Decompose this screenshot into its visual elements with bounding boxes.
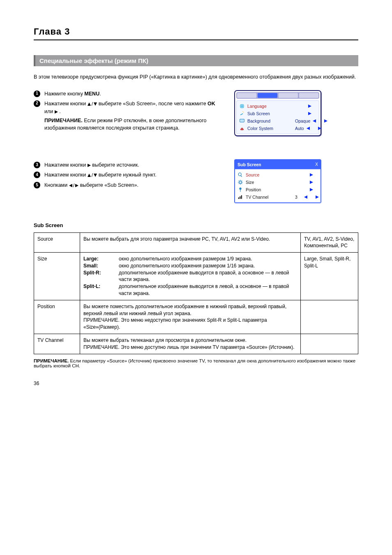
osd-label: Color System — [247, 126, 293, 131]
table-row: Source Вы можете выбрать для этого парам… — [34, 232, 358, 253]
osd-right-arrow-icon — [304, 173, 319, 176]
osd-left-right-arrows-icon — [304, 195, 319, 199]
step-text: Нажатием кнопки — [44, 172, 88, 178]
footnote: ПРИМЕЧАНИЕ. Если параметру «Source» (Ист… — [34, 358, 358, 368]
step-bullet-4: 4 — [34, 172, 40, 178]
osd-right-arrow-icon — [302, 112, 317, 115]
svg-point-0 — [240, 104, 244, 108]
step-text: или — [44, 109, 55, 114]
osd-main-menu: Language Sub Screen — [234, 90, 321, 136]
step-2: 2 Нажатием кнопки / выберите «Sub Screen… — [34, 100, 223, 132]
svg-line-19 — [241, 180, 242, 181]
table-cell: Source — [34, 232, 80, 253]
osd-row-background: Background Opaque — [237, 117, 319, 125]
pin-icon — [238, 187, 243, 193]
osd-row-colorsystem: Color System Auto — [237, 125, 319, 132]
osd-left-right-arrows-icon — [307, 127, 321, 130]
svg-line-17 — [241, 183, 242, 184]
svg-rect-23 — [240, 196, 240, 199]
step-bullet-1: 1 — [34, 91, 40, 97]
table-row: TV Channel Вы можете выбрать телеканал д… — [34, 334, 358, 354]
svg-rect-3 — [240, 113, 243, 115]
osd-sub-title: Sub Screen — [238, 162, 261, 167]
step-bullet-2: 2 — [34, 100, 40, 107]
magnifier-icon — [238, 172, 243, 178]
size-tag: Split-R: — [83, 269, 113, 283]
step-text: . — [99, 91, 101, 97]
table-cell — [301, 334, 358, 354]
osd-row-language: Language — [237, 102, 319, 110]
osd-right-arrow-icon — [302, 104, 317, 108]
size-tag: Split-L: — [83, 283, 113, 297]
osd-value: Auto — [295, 126, 304, 131]
hat-icon — [239, 125, 245, 131]
table-row: Size Large:окно дополнительного изображе… — [34, 253, 358, 300]
osd-row-subscreen: Sub Screen — [237, 110, 319, 117]
svg-rect-21 — [240, 189, 240, 192]
footnote-text: Если параметру «Source» (Источник) присв… — [34, 358, 355, 368]
osd-label: Background — [247, 118, 293, 123]
section-title: Специальные эффекты (режим ПК) — [34, 55, 358, 66]
svg-rect-22 — [238, 197, 239, 199]
size-tag: Small: — [83, 262, 113, 269]
osd-sub-screen-menu: Sub Screen X Source — [234, 159, 321, 203]
spec-table: Source Вы можете выбрать для этого парам… — [34, 232, 358, 354]
step-text: выберите «Sub Screen». — [80, 182, 138, 188]
osd-main-list: Language Sub Screen — [236, 100, 319, 134]
ok-button-label: OK — [208, 101, 215, 107]
chapter-title: Глава 3 — [34, 26, 358, 37]
table-cell: Size — [34, 253, 80, 300]
osd-column: Language Sub Screen — [234, 90, 358, 203]
step-text: выберите источник. — [92, 162, 139, 168]
horizontal-rule — [34, 39, 358, 40]
osd-sub-row-position: Position — [235, 186, 321, 193]
up-down-icon: / — [88, 172, 97, 179]
step-text: Нажатием кнопки — [44, 162, 88, 168]
intro-text: В этом телевизоре предусмотрена функция … — [34, 74, 358, 81]
screen-icon — [239, 118, 245, 124]
osd-label: Position — [246, 187, 288, 192]
step-text: . — [59, 109, 60, 114]
size-desc: окно дополнительного изображения размеро… — [119, 262, 255, 269]
osd-tab — [299, 93, 318, 98]
left-right-icon: / — [69, 182, 78, 189]
step-5: 5 Кнопками / выберите «Sub Screen». — [34, 181, 223, 189]
step-text: Нажмите кнопку — [44, 91, 84, 97]
osd-right-arrow-icon — [304, 181, 319, 184]
size-desc: окно дополнительного изображения размеро… — [119, 255, 252, 262]
osd-label: Sub Screen — [247, 111, 293, 116]
size-tag: Large: — [83, 255, 113, 262]
step-bullet-5: 5 — [34, 182, 40, 188]
step-3: 3 Нажатием кнопки выберите источник. — [34, 161, 223, 169]
step-text: выберите нужный пункт. — [99, 172, 157, 178]
step-text: выберите «Sub Screen», после чего нажмит… — [99, 101, 208, 107]
table-cell — [301, 300, 358, 334]
globe-icon — [239, 103, 245, 109]
footnote-label: ПРИМЕЧАНИЕ. — [34, 358, 69, 363]
osd-label: TV Channel — [246, 195, 288, 200]
size-desc: дополнительное изображение выводится в л… — [119, 283, 297, 297]
osd-tab — [237, 93, 256, 98]
svg-line-16 — [239, 180, 240, 181]
up-down-icon: / — [88, 100, 97, 108]
table-cell: Вы можете выбрать телеканал для просмотр… — [80, 334, 301, 354]
wand-icon — [239, 111, 245, 116]
table-cell: Position — [34, 300, 80, 334]
osd-value: 3 — [291, 195, 302, 200]
table-cell: Large, Small, Split-R, Split-L — [301, 253, 358, 300]
bars-icon — [238, 194, 243, 200]
step-text: Нажатием кнопки — [44, 101, 88, 107]
osd-label: Size — [246, 180, 288, 185]
table-cell: TV Channel — [34, 334, 80, 354]
svg-rect-10 — [240, 175, 242, 177]
step-bullet-3: 3 — [34, 162, 40, 168]
svg-point-5 — [242, 111, 243, 111]
svg-rect-7 — [241, 120, 244, 121]
right-arrow-icon — [55, 110, 58, 114]
svg-rect-24 — [241, 195, 242, 199]
table-cell: Вы можете поместить дополнительное изобр… — [80, 300, 301, 334]
gear-icon — [238, 179, 243, 185]
close-icon: X — [315, 162, 318, 167]
osd-label: Source — [246, 172, 288, 177]
step-1: 1 Нажмите кнопку MENU. — [34, 90, 223, 98]
